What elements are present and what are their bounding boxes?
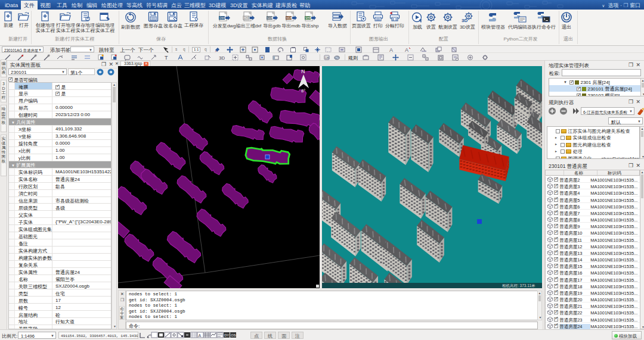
svg-text:8°: 8° [301,88,305,93]
svg-text:T: T [165,55,168,61]
svg-text:3D: 3D [219,55,225,61]
svg-text:N: N [301,68,305,74]
svg-text:MDB: MDB [286,17,292,20]
svg-text:GDB: GDB [267,17,273,20]
svg-text:SHP: SHP [305,17,311,20]
svg-text:DB: DB [325,56,330,60]
svg-text:DWG: DWG [219,17,226,20]
svg-text:A: A [405,47,408,53]
svg-text:3D: 3D [462,18,467,23]
svg-text:A: A [199,333,202,338]
svg-text:DXF: DXF [244,17,249,20]
svg-text:DY: DY [224,333,229,337]
svg-text:A: A [389,47,393,53]
svg-text:相机高程: 373.11米: 相机高程: 373.11米 [501,283,535,288]
svg-text:OS: OS [231,333,236,337]
